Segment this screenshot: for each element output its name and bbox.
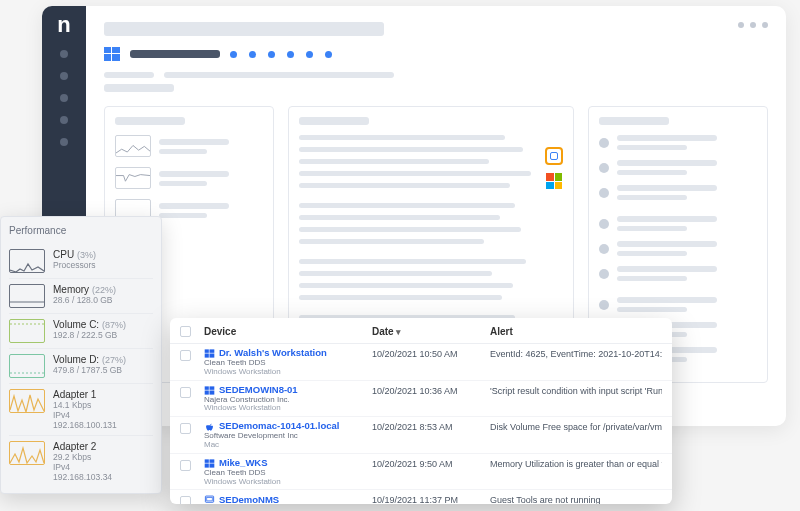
svg-rect-0: [104, 47, 111, 53]
svg-rect-13: [210, 459, 215, 462]
device-org: Software Development Inc: [204, 432, 372, 441]
device-name[interactable]: SEDEMOWIN8-01: [219, 385, 298, 395]
perf-percent: (22%): [92, 285, 116, 295]
alert-row[interactable]: SEDemoNMS Internal Infrastructure** VMWa…: [170, 490, 672, 504]
nav-item[interactable]: [60, 72, 68, 80]
alert-row[interactable]: Mike_WKS Clean Teeth DDS Windows Worksta…: [170, 454, 672, 491]
perf-sub1: 479.8 / 1787.5 GB: [53, 365, 126, 375]
nav-item[interactable]: [60, 138, 68, 146]
windows-icon: [104, 46, 120, 62]
perf-sub2: IPv4: [53, 410, 117, 420]
sparkline-chart: [9, 354, 45, 378]
page-title-skeleton: [104, 22, 384, 36]
perf-label: Memory: [53, 284, 89, 295]
alert-row[interactable]: Dr. Walsh's Workstation Clean Teeth DDS …: [170, 344, 672, 381]
alerts-panel: Device Date Alert Dr. Walsh's Workstatio…: [170, 318, 672, 504]
col-alert[interactable]: Alert: [490, 326, 662, 337]
window-controls: [738, 22, 768, 28]
device-name[interactable]: SEDemoNMS: [219, 495, 279, 504]
alert-row[interactable]: SEDemomac-1014-01.local Software Develop…: [170, 417, 672, 454]
svg-rect-3: [112, 54, 120, 61]
vmware-icon: [545, 147, 563, 165]
sparkline-chart: [9, 284, 45, 308]
col-date[interactable]: Date: [372, 326, 490, 337]
performance-item[interactable]: Memory (22%) 28.6 / 128.0 GB: [9, 278, 153, 313]
status-dots: [230, 51, 332, 58]
perf-sub1: 14.1 Kbps: [53, 400, 117, 410]
perf-sub1: 192.8 / 222.5 GB: [53, 330, 126, 340]
svg-rect-7: [210, 354, 215, 358]
alert-date: 10/20/2021 8:53 AM: [372, 421, 490, 432]
svg-rect-6: [205, 354, 209, 358]
svg-rect-2: [104, 54, 111, 61]
perf-sub3: 192.168.100.131: [53, 420, 117, 430]
performance-item[interactable]: Volume C: (87%) 192.8 / 222.5 GB: [9, 313, 153, 348]
vm-icon: [204, 494, 215, 504]
performance-panel: Performance CPU (3%) Processors Memory (…: [0, 216, 162, 494]
sparkline-chart: [9, 389, 45, 413]
svg-rect-17: [207, 498, 213, 501]
nav-item[interactable]: [60, 94, 68, 102]
perf-label: Volume D:: [53, 354, 99, 365]
performance-item[interactable]: Adapter 1 14.1 Kbps IPv4 192.168.100.131: [9, 383, 153, 435]
app-logo: n: [57, 14, 70, 36]
perf-percent: (27%): [102, 355, 126, 365]
svg-rect-12: [205, 459, 209, 462]
svg-rect-14: [205, 463, 209, 467]
device-name-skeleton: [130, 50, 220, 58]
perf-label: Adapter 2: [53, 441, 96, 452]
windows-icon: [204, 385, 215, 396]
alert-date: 10/20/2021 10:50 AM: [372, 348, 490, 359]
svg-rect-15: [210, 463, 215, 467]
device-type: Windows Workstation: [204, 368, 372, 377]
perf-percent: (3%): [77, 250, 96, 260]
svg-rect-8: [205, 386, 209, 389]
performance-item[interactable]: Adapter 2 29.2 Kbps IPv4 192.168.103.34: [9, 435, 153, 487]
select-all-checkbox[interactable]: [180, 326, 191, 337]
nav-item[interactable]: [60, 116, 68, 124]
alert-text: Memory Utilization is greater than or eq…: [490, 458, 662, 469]
alert-date: 10/20/2021 9:50 AM: [372, 458, 490, 469]
perf-sub3: 192.168.103.34: [53, 472, 112, 482]
windows-legacy-icon: [546, 173, 562, 189]
alert-text: Guest Tools are not running: [490, 494, 662, 504]
svg-rect-5: [210, 349, 215, 352]
row-checkbox[interactable]: [180, 460, 191, 471]
row-checkbox[interactable]: [180, 387, 191, 398]
device-type: Windows Workstation: [204, 404, 372, 413]
col-device[interactable]: Device: [204, 326, 372, 337]
perf-percent: (87%): [102, 320, 126, 330]
perf-sub2: IPv4: [53, 462, 112, 472]
svg-rect-1: [112, 47, 120, 53]
row-checkbox[interactable]: [180, 350, 191, 361]
performance-title: Performance: [9, 225, 153, 236]
svg-rect-4: [205, 349, 209, 352]
device-type: Windows Workstation: [204, 478, 372, 487]
row-checkbox[interactable]: [180, 496, 191, 504]
svg-rect-11: [210, 390, 215, 394]
performance-item[interactable]: CPU (3%) Processors: [9, 244, 153, 278]
perf-label: Adapter 1: [53, 389, 96, 400]
row-checkbox[interactable]: [180, 423, 191, 434]
sparkline-chart: [9, 319, 45, 343]
alert-text: Disk Volume Free space for /private/var/…: [490, 421, 662, 432]
alert-text: 'Script result condition with input scri…: [490, 385, 662, 396]
sparkline-chart: [9, 441, 45, 465]
svg-rect-9: [210, 386, 215, 389]
device-type: Mac: [204, 441, 372, 450]
nav-item[interactable]: [60, 50, 68, 58]
alerts-header-row: Device Date Alert: [170, 318, 672, 344]
perf-label: CPU: [53, 249, 74, 260]
alert-date: 10/19/2021 11:37 PM: [372, 494, 490, 504]
performance-item[interactable]: Volume D: (27%) 479.8 / 1787.5 GB: [9, 348, 153, 383]
perf-sub1: 29.2 Kbps: [53, 452, 112, 462]
perf-sub1: Processors: [53, 260, 96, 270]
alert-text: EventId: 4625, EventTime: 2021-10-20T14:…: [490, 348, 662, 359]
svg-rect-10: [205, 390, 209, 394]
alert-date: 10/20/2021 10:36 AM: [372, 385, 490, 396]
device-name[interactable]: Mike_WKS: [219, 458, 268, 468]
alert-row[interactable]: SEDEMOWIN8-01 Najera Construction Inc. W…: [170, 381, 672, 418]
sparkline-chart: [9, 249, 45, 273]
perf-label: Volume C:: [53, 319, 99, 330]
perf-sub1: 28.6 / 128.0 GB: [53, 295, 116, 305]
